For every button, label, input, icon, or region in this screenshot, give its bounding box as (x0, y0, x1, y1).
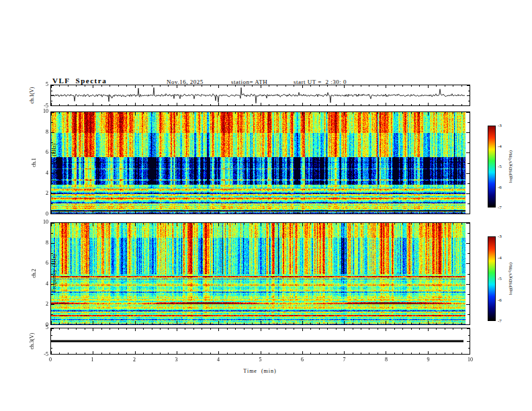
ch2-colorbar (488, 236, 496, 321)
ch2-spectrogram-canvas (51, 223, 470, 324)
ch2-freq-tick-label: 4 (32, 281, 48, 287)
ch2-freq-tick-label: 6 (32, 260, 48, 266)
ch1-colorbar-tick-label: -7 (498, 205, 510, 211)
ch3-voltage-canvas (51, 328, 470, 354)
ch2-freq-tick-label: 8 (32, 240, 48, 246)
ch2-freq-tick-label: 2 (32, 301, 48, 307)
ch1-freq-tick-label: 0 (32, 211, 48, 217)
ch3v-tick-label: 5 (36, 324, 48, 330)
ch1-voltage-canvas (51, 85, 470, 105)
ch1-freq-tick-label: 10 (32, 108, 48, 114)
x-tick-label: 5 (254, 357, 267, 363)
ch2-colorbar-tick-label: -5 (498, 276, 510, 282)
ch3-voltage-panel (50, 328, 470, 355)
ch1v-tick-label: -5 (36, 103, 48, 109)
ch1-colorbar (488, 126, 496, 208)
x-tick-label: 3 (170, 357, 183, 363)
ch1-colorbar-tick-label: -3 (498, 123, 510, 129)
ch2-colorbar-tick-label: -3 (498, 234, 510, 240)
ch2-freq-tick-label: 10 (32, 219, 48, 225)
ch1-frequency-axis-line2: Frequency (kHz) (51, 119, 58, 206)
ch2-colorbar-tick-label: -4 (498, 255, 510, 261)
ch2-frequency-axis-line2: Frequency (kHz) (51, 230, 58, 317)
ch1-freq-tick-label: 2 (32, 190, 48, 196)
figure-title: VLF Spectra (52, 77, 107, 85)
ch2-colorbar-tick-label: -6 (498, 298, 510, 304)
x-tick-label: 10 (463, 357, 477, 363)
ch1-spectrogram-canvas (51, 112, 470, 214)
x-tick-label: 7 (338, 357, 351, 363)
ch1-freq-tick-label: 8 (32, 129, 48, 135)
x-tick-label: 4 (212, 357, 225, 363)
ch2-colorbar-tick-label: -7 (498, 318, 510, 324)
ch1-voltage-panel (50, 85, 470, 106)
ch1-freq-tick-label: 4 (32, 170, 48, 176)
ch1-spectrogram-panel (50, 111, 470, 214)
x-tick-label: 2 (128, 357, 141, 363)
ch1-colorbar-tick-label: -5 (498, 164, 510, 170)
x-tick-label: 1 (86, 357, 99, 363)
ch2-spectrogram-panel (50, 222, 470, 325)
x-tick-label: 9 (422, 357, 435, 363)
ch1-colorbar-tick-label: -4 (498, 144, 510, 150)
x-tick-label: 6 (296, 357, 309, 363)
x-axis-title: Time (min) (226, 368, 294, 374)
ch1-frequency-axis-label: ch.1 Frequency (kHz) (17, 119, 31, 206)
x-tick-label: 8 (380, 357, 393, 363)
x-tick-label: 0 (44, 357, 57, 363)
ch1-colorbar-tick-label: -6 (498, 185, 510, 191)
ch1v-tick-label: 5 (36, 81, 48, 87)
ch2-frequency-axis-label: ch.2 Frequency (kHz) (17, 230, 31, 317)
ch3v-tick-label: -5 (36, 351, 48, 357)
vlf-spectra-figure: VLF Spectra Nov.16, 2025 station= ATH st… (0, 0, 532, 411)
ch1-freq-tick-label: 6 (32, 149, 48, 155)
